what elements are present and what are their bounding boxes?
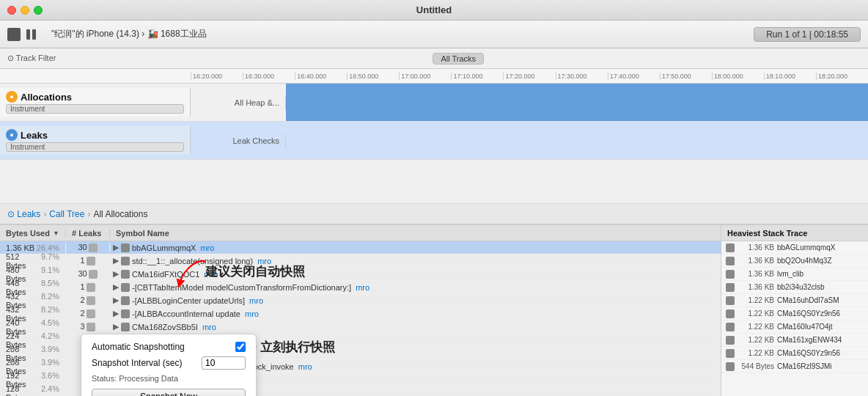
- titlebar: Untitled: [0, 0, 868, 21]
- symbol-icon: [121, 296, 130, 305]
- table-row[interactable]: 448 Bytes 8.5% 1 ▶ -[CBTTabItemModel mod…: [0, 281, 721, 294]
- interval-label: Snapshot Interval (sec): [92, 358, 182, 368]
- snapshot-now-button[interactable]: Snapshot Now: [92, 389, 246, 396]
- right-symbol: CMa161xgENW434: [777, 336, 842, 344]
- right-icon: [726, 349, 735, 358]
- right-size: 1.22 KB: [738, 309, 774, 318]
- right-symbol: CMa160Iu47O4jt: [777, 323, 833, 331]
- right-panel-row: 1.22 KB CMa161xgENW434: [721, 334, 868, 347]
- right-size: 1.22 KB: [738, 323, 774, 331]
- interval-input[interactable]: [202, 356, 246, 370]
- breadcrumb-bar: ⊙ Leaks › Call Tree › All Allocations: [0, 204, 868, 224]
- right-symbol: bbQ2Ou4hMq3Z: [777, 257, 832, 265]
- right-symbol: CMa16uhDdl7aSM: [777, 296, 839, 304]
- all-tracks-badge[interactable]: All Tracks: [433, 53, 484, 65]
- right-panel-row: 1.22 KB CMa16QS0Yz9n56: [721, 347, 868, 360]
- col-leaks-header[interactable]: # Leaks: [66, 229, 110, 238]
- allocations-content[interactable]: [286, 84, 868, 121]
- right-icon: [726, 257, 735, 265]
- breadcrumb-call-tree[interactable]: Call Tree: [49, 209, 84, 219]
- breadcrumb-leaks[interactable]: ⊙ Leaks: [7, 209, 40, 219]
- cell-symbol: ▶ CMa168ZovSBb5I mro: [110, 322, 721, 331]
- annotation-arrow-1: [176, 254, 213, 291]
- leaks-content[interactable]: [286, 122, 868, 159]
- main-content: Bytes Used ▼ # Leaks Symbol Name 1.36 KB…: [0, 224, 868, 396]
- table-row[interactable]: 512 Bytes 9.7% 1 ▶ std::__1::_allocate(u…: [0, 254, 721, 268]
- cell-symbol: ▶ -[ALBBLoginCenter updateUrls] mro: [110, 296, 721, 305]
- main-toolbar: "纪润"的 iPhone (14.3) › 🚂 1688工业品 Run 1 of…: [0, 21, 868, 48]
- symbol-icon: [121, 309, 130, 318]
- symbol-icon: [121, 323, 130, 331]
- close-button[interactable]: [7, 6, 16, 15]
- track-filter-button[interactable]: ⊙ Track Filter: [7, 54, 56, 63]
- right-symbol: CMa16Rzl9SJMi: [777, 362, 831, 370]
- cell-leaks: 3: [66, 322, 110, 331]
- ruler-tick: 18:20.000: [816, 73, 868, 80]
- right-panel: Heaviest Stack Trace 1.36 KB bbAGLummqmq…: [721, 225, 868, 396]
- right-symbol: bbAGLummqmqX: [777, 243, 835, 252]
- allocations-track: ● Allocations Instrument All Heap &...: [0, 84, 868, 122]
- tracks-area: ● Allocations Instrument All Heap &... ●…: [0, 84, 868, 160]
- status-label: Status:: [92, 374, 117, 383]
- right-panel-row: 1.36 KB bbAGLummqmqX: [721, 241, 868, 254]
- right-icon: [726, 243, 735, 252]
- table-row[interactable]: 240 Bytes 4.5% 3 ▶ CMa168ZovSBb5I mro: [0, 320, 721, 334]
- sort-arrow: ▼: [53, 230, 59, 237]
- table-row[interactable]: 432 Bytes 8.2% 2 ▶ -[ALBBLoginCenter upd…: [0, 294, 721, 307]
- leaks-name: Leaks: [21, 130, 48, 141]
- col-bytes-header[interactable]: Bytes Used ▼: [0, 229, 66, 238]
- ruler-tick: 17:20.000: [503, 73, 555, 80]
- table-row[interactable]: 1.36 KB 26.4% 30 ▶ bbAGLummqmqX mro: [0, 241, 721, 254]
- right-icon: [726, 309, 735, 318]
- annotation-close-snapshot: 建议关闭自动快照: [205, 263, 305, 280]
- allocations-icon: ●: [6, 91, 18, 103]
- table-row[interactable]: 432 Bytes 8.2% 2 ▶ -[ALBBAccountInternal…: [0, 307, 721, 320]
- allocations-name: Allocations: [21, 92, 72, 103]
- window-title: Untitled: [416, 4, 452, 15]
- right-panel-row: 544 Bytes CMa16Rzl9SJMi: [721, 360, 868, 373]
- cell-leaks: 2: [66, 309, 110, 318]
- cell-leaks: 1: [66, 256, 110, 265]
- pause-button[interactable]: [26, 28, 40, 41]
- leaks-label: ● Leaks Instrument: [0, 126, 191, 155]
- allocations-sublabel: All Heap &...: [191, 95, 286, 110]
- auto-snapshot-checkbox[interactable]: [235, 342, 246, 352]
- right-icon: [726, 323, 735, 331]
- symbol-icon: [121, 243, 130, 252]
- stop-button[interactable]: [7, 28, 21, 41]
- track-filter-bar: ⊙ Track Filter All Tracks: [0, 48, 868, 69]
- ruler-ticks: 16:20.00016:30.00016:40.00016:50.00017:0…: [191, 73, 868, 80]
- annotation-exec-snapshot: 立刻执行快照: [260, 339, 335, 356]
- symbol-icon: [121, 257, 130, 265]
- leaks-badge: Instrument: [6, 142, 184, 152]
- middle-spacer: [0, 160, 868, 204]
- right-panel-header: Heaviest Stack Trace: [721, 225, 868, 241]
- ruler-tick: 17:50.000: [660, 73, 712, 80]
- ruler-tick: 17:10.000: [451, 73, 503, 80]
- snapshot-popup: Automatic Snapshotting Snapshot Interval…: [81, 334, 257, 396]
- status-row: Status: Processing Data: [92, 374, 246, 383]
- ruler-tick: 16:50.000: [347, 73, 399, 80]
- cell-leaks: 1: [66, 282, 110, 292]
- minimize-button[interactable]: [21, 6, 29, 15]
- right-icon: [726, 296, 735, 305]
- allocations-bar: [286, 84, 868, 121]
- col-symbol-header[interactable]: Symbol Name: [110, 229, 721, 238]
- right-size: 1.36 KB: [738, 283, 774, 291]
- ruler-tick: 17:30.000: [556, 73, 608, 80]
- ruler-tick: 18:00.000: [712, 73, 764, 80]
- leaks-sublabel: Leak Checks: [191, 133, 286, 148]
- right-size: 1.22 KB: [738, 296, 774, 304]
- symbol-icon: [121, 270, 130, 279]
- right-icon: [726, 283, 735, 292]
- right-panel-body: 1.36 KB bbAGLummqmqX 1.36 KB bbQ2Ou4hMq3…: [721, 241, 868, 396]
- zoom-button[interactable]: [34, 6, 43, 15]
- right-size: 1.36 KB: [738, 257, 774, 265]
- table-row[interactable]: 480 Bytes 9.1% 30 ▶ CMa16idFXtQOC1 mro: [0, 268, 721, 281]
- ruler-tick: 16:30.000: [243, 73, 295, 80]
- timeline-ruler: 16:20.00016:30.00016:40.00016:50.00017:0…: [0, 69, 868, 84]
- ruler-tick: 18:10.000: [764, 73, 816, 80]
- right-panel-row: 1.36 KB bbQ2Ou4hMq3Z: [721, 254, 868, 268]
- leaks-track: ● Leaks Instrument Leak Checks: [0, 122, 868, 160]
- symbol-icon: [121, 283, 130, 292]
